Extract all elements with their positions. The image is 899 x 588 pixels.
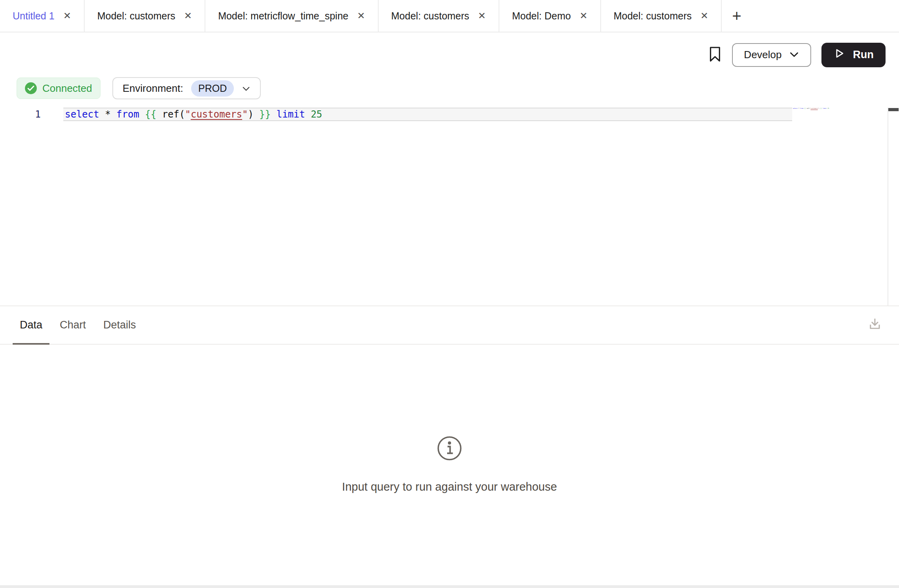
info-icon xyxy=(436,435,463,463)
tab-model-demo[interactable]: Model: Demo ✕ xyxy=(499,0,601,32)
tab-model-metricflow-time-spine[interactable]: Model: metricflow_time_spine ✕ xyxy=(205,0,378,32)
environment-label: Environment: xyxy=(123,82,183,95)
close-icon[interactable]: ✕ xyxy=(478,11,486,21)
tab-chart[interactable]: Chart xyxy=(53,306,93,344)
tab-label: Model: metricflow_time_spine xyxy=(218,10,348,22)
code-line[interactable]: select * from {{ ref("customers") }} lim… xyxy=(63,108,792,121)
results-empty-state: Input query to run against your warehous… xyxy=(0,345,899,588)
tab-label: Model: customers xyxy=(614,10,692,22)
environment-dropdown[interactable]: Environment: PROD xyxy=(112,77,261,99)
tab-label: Model: customers xyxy=(97,10,175,22)
ide-window: Untitled 1 ✕ Model: customers ✕ Model: m… xyxy=(0,0,899,588)
empty-state-message: Input query to run against your warehous… xyxy=(342,480,557,493)
bottom-edge-strip xyxy=(0,585,899,588)
active-tab-underline xyxy=(13,343,49,345)
develop-dropdown-button[interactable]: Develop xyxy=(732,43,811,67)
chevron-down-icon xyxy=(789,49,799,61)
develop-label: Develop xyxy=(744,49,781,61)
play-icon xyxy=(833,47,845,62)
tab-model-customers-2[interactable]: Model: customers ✕ xyxy=(379,0,499,32)
editor-tab-bar: Untitled 1 ✕ Model: customers ✕ Model: m… xyxy=(0,0,899,32)
download-button[interactable] xyxy=(867,316,883,334)
line-number: 1 xyxy=(0,108,63,121)
bookmark-icon xyxy=(708,46,722,63)
tab-untitled-1[interactable]: Untitled 1 ✕ xyxy=(0,0,85,32)
connection-status-badge: Connected xyxy=(17,78,101,99)
check-circle-icon xyxy=(25,82,37,94)
editor-minimap[interactable]: select * from {{ ref("customers") }} lim… xyxy=(793,108,829,109)
run-button[interactable]: Run xyxy=(821,43,886,67)
download-icon xyxy=(867,316,883,334)
tab-data[interactable]: Data xyxy=(13,306,49,344)
tab-chart-label: Chart xyxy=(60,319,86,331)
tab-label: Model: customers xyxy=(391,10,469,22)
tab-details[interactable]: Details xyxy=(96,306,143,344)
results-panel: Data Chart Details xyxy=(0,305,899,588)
chevron-down-icon xyxy=(242,82,250,95)
close-icon[interactable]: ✕ xyxy=(700,11,708,21)
add-tab-button[interactable]: + xyxy=(722,0,751,32)
tab-label: Model: Demo xyxy=(512,10,571,22)
close-icon[interactable]: ✕ xyxy=(63,11,71,21)
results-tabs: Data Chart Details xyxy=(0,305,899,345)
close-icon[interactable]: ✕ xyxy=(580,11,588,21)
tab-model-customers-3[interactable]: Model: customers ✕ xyxy=(601,0,722,32)
code-line-row: 1 select * from {{ ref("customers") }} l… xyxy=(0,108,899,121)
tab-data-label: Data xyxy=(20,319,42,331)
connected-label: Connected xyxy=(42,82,92,95)
editor-scrollbar[interactable] xyxy=(888,108,899,305)
tab-details-label: Details xyxy=(103,319,136,331)
sql-editor[interactable]: 1 select * from {{ ref("customers") }} l… xyxy=(0,99,899,305)
run-label: Run xyxy=(853,49,874,61)
tab-label: Untitled 1 xyxy=(13,10,55,22)
tab-model-customers-1[interactable]: Model: customers ✕ xyxy=(85,0,205,32)
toolbar: Develop Run xyxy=(0,32,899,77)
environment-value-pill: PROD xyxy=(191,80,234,97)
plus-icon: + xyxy=(732,7,741,25)
scrollbar-thumb[interactable] xyxy=(888,108,899,111)
close-icon[interactable]: ✕ xyxy=(184,11,192,21)
status-row: Connected Environment: PROD xyxy=(0,77,899,99)
close-icon[interactable]: ✕ xyxy=(357,11,365,21)
bookmark-button[interactable] xyxy=(708,46,722,63)
